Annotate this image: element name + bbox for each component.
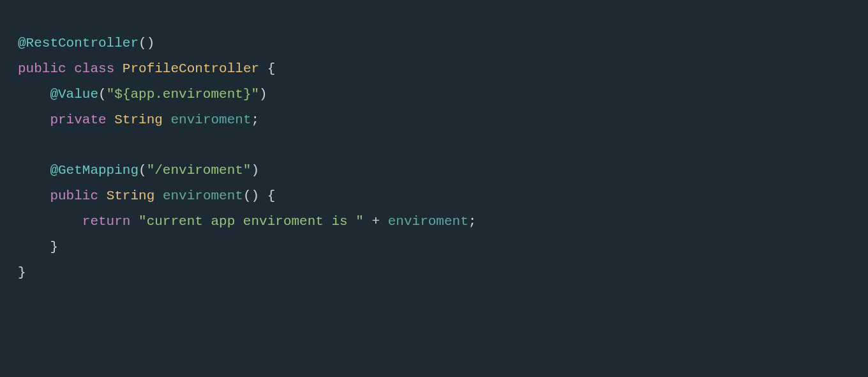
string-literal: "/enviroment" <box>147 163 251 178</box>
brace-open: { <box>259 61 275 76</box>
code-line-9: } <box>18 260 850 286</box>
paren-open: ( <box>98 87 107 102</box>
type-string: String <box>114 112 163 127</box>
annotation-restcontroller: @RestController <box>18 36 138 50</box>
semicolon: ; <box>468 214 477 229</box>
operator-plus: + <box>364 214 388 229</box>
class-name: ProfileController <box>123 61 259 76</box>
code-line-2: public class ProfileController { <box>18 56 850 82</box>
parens: () <box>138 36 154 50</box>
var-name: enviroment <box>170 112 251 127</box>
paren-close: ) <box>259 87 267 102</box>
annotation-getmapping: @GetMapping <box>50 163 138 178</box>
code-line-4: private String enviroment; <box>18 107 850 133</box>
paren-open: ( <box>138 163 147 178</box>
code-line-1: @RestController() <box>18 31 850 56</box>
type-string: String <box>107 188 155 203</box>
parens: () <box>243 188 259 203</box>
annotation-value: @Value <box>50 87 98 102</box>
method-name: enviroment <box>163 188 243 203</box>
keyword-private: private <box>50 112 106 127</box>
code-block: @RestController() public class ProfileCo… <box>0 0 868 377</box>
var-ref: enviroment <box>388 214 468 229</box>
code-line-blank <box>18 133 850 158</box>
string-literal: "${app.enviroment}" <box>107 87 259 102</box>
semicolon: ; <box>251 112 260 127</box>
brace-close: } <box>18 265 26 280</box>
code-line-6: public String enviroment() { <box>18 183 850 209</box>
code-line-8: } <box>18 235 850 260</box>
keyword-return: return <box>82 214 131 229</box>
brace-close: } <box>50 240 58 254</box>
brace-open: { <box>259 188 275 203</box>
paren-close: ) <box>251 163 259 178</box>
code-line-3: @Value("${app.enviroment}") <box>18 82 850 107</box>
keyword-public: public <box>50 188 98 203</box>
keyword-public: public <box>18 61 66 76</box>
code-line-7: return "current app enviroment is " + en… <box>18 209 850 235</box>
keyword-class: class <box>74 61 114 76</box>
string-literal: "current app enviroment is " <box>138 214 364 229</box>
code-line-5: @GetMapping("/enviroment") <box>18 158 850 183</box>
